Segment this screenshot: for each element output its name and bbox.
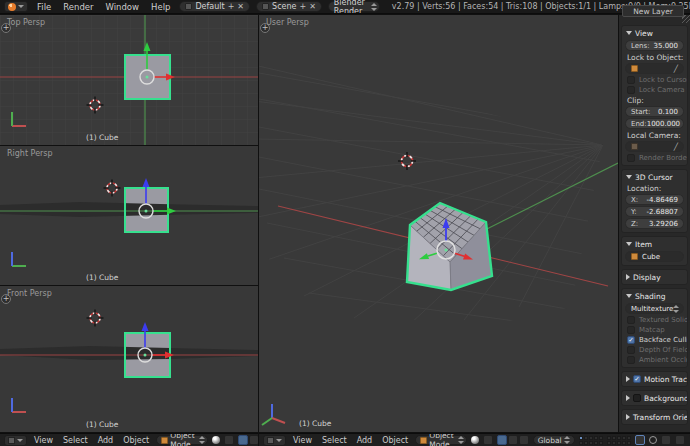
- menu-file[interactable]: File: [34, 2, 54, 12]
- active-object-label: (1) Cube: [299, 419, 331, 428]
- editor-type-button[interactable]: [4, 1, 28, 12]
- menu-help[interactable]: Help: [148, 2, 173, 12]
- eyedropper-icon[interactable]: ╱: [674, 65, 678, 73]
- checkbox-checked-icon[interactable]: ✓: [633, 375, 641, 383]
- mini-axis-gizmo: [262, 404, 285, 425]
- panel-shading-header[interactable]: Shading: [622, 290, 687, 302]
- item-name-field[interactable]: Cube: [625, 251, 684, 262]
- checkbox-label: Backface Culling: [639, 336, 687, 344]
- cursor-z-field[interactable]: Z: 3.29206: [625, 218, 684, 229]
- editor-type-button[interactable]: [4, 435, 27, 446]
- manipulator-rotate-icon[interactable]: [249, 435, 258, 445]
- menu-view[interactable]: View: [290, 436, 315, 445]
- render-border-checkbox[interactable]: Render Border: [622, 153, 687, 163]
- clip-end-field[interactable]: End: 1000.000: [625, 118, 684, 129]
- screen-layout-dropdown[interactable]: Default + ✕: [179, 1, 250, 12]
- manipulator-translate-icon[interactable]: [238, 435, 248, 445]
- viewport-right-canvas[interactable]: [0, 146, 258, 285]
- panel-item-header[interactable]: Item: [622, 238, 687, 250]
- panel-3d-cursor-header[interactable]: 3D Cursor: [622, 171, 687, 183]
- panel-transform-orientation-header[interactable]: Transform Orientation: [622, 411, 687, 423]
- layers-group-2[interactable]: [607, 436, 631, 445]
- viewport-top[interactable]: + Top Persp (1) Cube: [0, 15, 258, 145]
- viewport-shading-icon[interactable]: [212, 436, 220, 444]
- x-value: -4.86469: [647, 196, 678, 204]
- viewport-user-canvas[interactable]: [259, 15, 618, 432]
- shading-mode-dropdown[interactable]: Multitexture: [625, 303, 684, 314]
- snap-magnet-icon[interactable]: [661, 435, 671, 445]
- lens-field[interactable]: Lens: 35.000: [625, 40, 684, 51]
- orientation-dropdown[interactable]: Global: [533, 435, 575, 445]
- render-engine-name: Blender Render: [334, 0, 368, 14]
- pivot-point-icon[interactable]: [483, 435, 493, 445]
- menu-select[interactable]: Select: [60, 436, 91, 445]
- ambient-occlusion-checkbox[interactable]: Ambient Occlusion: [622, 355, 687, 365]
- lock-object-field[interactable]: ╱: [625, 63, 684, 74]
- menu-select[interactable]: Select: [319, 436, 350, 445]
- panel-display-header[interactable]: Display: [622, 271, 687, 283]
- render-engine-dropdown[interactable]: Blender Render: [328, 1, 380, 12]
- checkbox-icon[interactable]: [633, 394, 641, 402]
- lock-to-cursor-checkbox[interactable]: Lock to Cursor: [622, 75, 687, 85]
- menu-window[interactable]: Window: [103, 2, 143, 12]
- cursor-3d[interactable]: [104, 180, 121, 197]
- cursor-y-field[interactable]: Y: -2.68807: [625, 206, 684, 217]
- viewport-shading-icon[interactable]: [471, 436, 479, 444]
- menu-object[interactable]: Object: [379, 436, 411, 445]
- cube-object[interactable]: [407, 203, 492, 290]
- manipulator-translate-icon[interactable]: [497, 435, 507, 445]
- menu-object[interactable]: Object: [120, 436, 152, 445]
- manipulator-scale-icon[interactable]: [519, 435, 529, 445]
- view3d-header-main: View Select Add Object Object Mode Globa…: [259, 433, 690, 446]
- viewport-front-canvas[interactable]: [0, 286, 258, 432]
- depth-of-field-checkbox[interactable]: Depth Of Field: [622, 345, 687, 355]
- new-layer-button[interactable]: New Layer: [622, 5, 684, 17]
- close-scene-button[interactable]: ✕: [309, 3, 316, 11]
- mini-axis-gizmo: [12, 398, 26, 412]
- manipulator-rotate-icon[interactable]: [508, 435, 518, 445]
- orientation-label: Global: [538, 436, 562, 445]
- menu-render[interactable]: Render: [60, 2, 96, 12]
- add-layout-button[interactable]: +: [228, 3, 235, 11]
- mode-dropdown[interactable]: Object Mode: [156, 435, 207, 445]
- textured-solid-checkbox[interactable]: Textured Solid: [622, 315, 687, 325]
- close-layout-button[interactable]: ✕: [237, 3, 244, 11]
- layers-group-1[interactable]: [579, 436, 603, 445]
- cursor-3d[interactable]: [87, 310, 104, 327]
- cursor-x-field[interactable]: X: -4.86469: [625, 194, 684, 205]
- editor-type-button[interactable]: [263, 435, 286, 446]
- add-scene-button[interactable]: +: [299, 3, 306, 11]
- lock-camera-checkbox[interactable]: Lock Camera to View: [622, 85, 687, 95]
- z-value: 3.29206: [649, 220, 678, 228]
- lock-to-scene-icon[interactable]: [635, 435, 645, 445]
- clip-start-field[interactable]: Start: 0.100: [625, 106, 684, 117]
- matcap-checkbox[interactable]: Matcap: [622, 325, 687, 335]
- checkbox-label: Depth Of Field: [639, 346, 687, 354]
- manipulator-toggles: [238, 435, 258, 445]
- viewport-user[interactable]: + User Persp (1) Cube: [259, 15, 618, 432]
- backface-culling-checkbox[interactable]: ✓ Backface Culling: [622, 335, 687, 345]
- eyedropper-icon[interactable]: ╱: [674, 143, 678, 151]
- viewport-front[interactable]: + Front Persp (1) Cube: [0, 286, 258, 432]
- viewport-top-canvas[interactable]: [0, 15, 258, 145]
- panel-background-image-header[interactable]: Background Image: [622, 392, 687, 404]
- panel-view-header[interactable]: View: [622, 27, 687, 39]
- panel-motion-tracking-header[interactable]: ✓ Motion Tracking: [622, 373, 687, 385]
- menu-view[interactable]: View: [31, 436, 56, 445]
- proportional-edit-icon[interactable]: [649, 436, 657, 444]
- snap-element-icon[interactable]: [675, 435, 685, 445]
- view3d-editor-icon: [8, 437, 15, 444]
- checkbox-label: Lock Camera to View: [639, 86, 687, 94]
- mode-dropdown[interactable]: Object Mode: [415, 435, 466, 445]
- viewport-right[interactable]: Right Persp (1) Cube: [0, 146, 258, 285]
- panel-shading: Shading Multitexture Textured Solid Matc…: [621, 288, 688, 368]
- scene-dropdown[interactable]: Scene + ✕: [256, 1, 322, 12]
- menu-add[interactable]: Add: [95, 436, 117, 445]
- panel-background-image: Background Image: [621, 390, 688, 406]
- local-camera-field[interactable]: ╱: [625, 141, 684, 152]
- checkbox-label: Textured Solid: [639, 316, 687, 324]
- pivot-point-icon[interactable]: [224, 435, 234, 445]
- mode-label: Object Mode: [429, 433, 456, 446]
- menu-add[interactable]: Add: [354, 436, 376, 445]
- cursor-3d[interactable]: [398, 152, 416, 170]
